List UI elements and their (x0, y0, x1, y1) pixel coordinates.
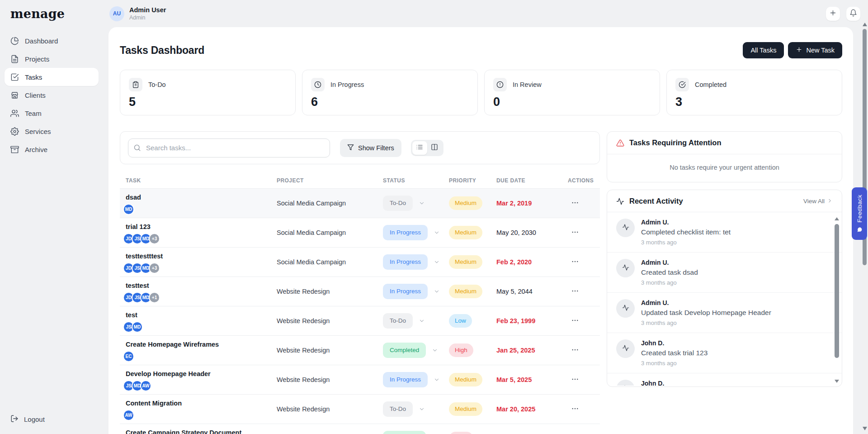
avatar: +1 (149, 292, 160, 303)
priority-badge: Medium (449, 402, 482, 416)
view-all-link[interactable]: View All (803, 198, 833, 205)
sidebar-item-label: Dashboard (25, 37, 58, 45)
row-actions-button[interactable] (568, 372, 582, 387)
logout-label: Logout (24, 415, 45, 423)
feedback-tab[interactable]: Feedback (852, 187, 867, 240)
table-row[interactable]: testtest JD JS MD (120, 277, 600, 306)
status-select[interactable]: To-Do (377, 401, 443, 417)
table-row[interactable]: testtestttest JD JS (120, 248, 600, 277)
side-widgets: Tasks Requiring Attention No tasks requi… (607, 131, 842, 434)
row-actions-button[interactable] (568, 314, 582, 329)
row-actions-button[interactable] (568, 284, 582, 299)
board-view-button[interactable] (427, 141, 442, 155)
list-view-button[interactable] (412, 141, 427, 155)
activity-title: Recent Activity (629, 197, 683, 205)
table-row[interactable]: trial 123 JD JS M (120, 218, 600, 248)
table-row[interactable]: Create Campaign Strategy Document Comple… (120, 424, 600, 434)
add-button[interactable] (826, 7, 840, 21)
table-row[interactable]: dsad MD Social Media Campaign (120, 189, 600, 218)
sidebar-item-label: Projects (25, 55, 49, 63)
sidebar-item[interactable]: Projects (5, 50, 99, 68)
status-select[interactable]: In Progress (377, 254, 443, 270)
activity-pulse-icon (622, 304, 629, 313)
scroll-up-arrow[interactable] (863, 23, 867, 26)
activity-header: Recent Activity View All (607, 190, 842, 212)
table-row[interactable]: Create Homepage Wireframes EC Website Re… (120, 336, 600, 365)
stat-label: In Progress (330, 81, 364, 88)
content-card: Tasks Dashboard All Tasks New Task To-Do (108, 27, 853, 434)
stat-value: 5 (129, 95, 287, 109)
row-actions-button[interactable] (568, 402, 582, 417)
sidebar-item-icon (10, 109, 19, 118)
user-name: Admin User (129, 6, 166, 14)
status-select[interactable]: To-Do (377, 313, 443, 329)
stat-card: In Review 0 (484, 70, 660, 115)
table-header: TASK PROJECT STATUS PRIORITY DUE DATE AC… (120, 177, 600, 189)
project-cell: Website Redesign (271, 405, 377, 413)
activity-scrollbar-thumb[interactable] (835, 224, 839, 358)
scroll-down-arrow[interactable] (863, 427, 867, 430)
sidebar-item[interactable]: Team (5, 104, 99, 122)
column-header-actions: ACTIONS (562, 177, 600, 188)
column-header-due-date: DUE DATE (491, 177, 562, 188)
notifications-button[interactable] (846, 7, 860, 21)
sidebar-item[interactable]: Tasks (5, 68, 99, 86)
column-header-status: STATUS (377, 177, 443, 188)
row-actions-button[interactable] (568, 343, 582, 358)
status-select[interactable]: In Progress (377, 372, 443, 387)
avatar: +3 (149, 233, 160, 244)
logout-button[interactable]: Logout (0, 415, 103, 424)
task-cell: testtest JD JS MD (120, 277, 271, 303)
row-actions-button[interactable] (568, 196, 582, 211)
sidebar-nav: Dashboard Projects Tasks Clients (0, 32, 103, 158)
new-task-button[interactable]: New Task (788, 42, 842, 58)
show-filters-label: Show Filters (358, 144, 394, 152)
activity-text: John D. (641, 380, 664, 386)
sidebar-item[interactable]: Clients (5, 86, 99, 104)
status-select[interactable]: Completed (377, 343, 443, 358)
task-cell: trial 123 JD JS M (120, 218, 271, 244)
avatar: MD (123, 204, 134, 215)
sidebar-item[interactable]: Dashboard (5, 32, 99, 50)
stats-row: To-Do 5 In Progress 6 (120, 70, 842, 115)
activity-scrollbar[interactable] (834, 216, 840, 384)
search-input[interactable] (128, 138, 330, 157)
all-tasks-button[interactable]: All Tasks (743, 42, 784, 58)
plus-icon (796, 46, 802, 54)
activity-text: Admin U. Created task dsad 3 months ago (641, 259, 698, 292)
sidebar-item[interactable]: Archive (5, 140, 99, 158)
actions-cell (562, 196, 600, 211)
scroll-down-arrow[interactable] (835, 380, 839, 383)
activity-list: Admin U. Completed checklist item: tet 3… (607, 212, 842, 386)
sidebar-item-icon (10, 73, 19, 81)
task-name: trial 123 (126, 223, 271, 230)
row-actions-button[interactable] (568, 255, 582, 270)
status-select[interactable]: In Progress (377, 284, 443, 299)
table-row[interactable]: Content Migration AW Website Redesign (120, 395, 600, 424)
status-select[interactable]: In Progress (377, 225, 443, 240)
priority-badge: Low (449, 314, 472, 328)
stat-icon (493, 78, 507, 91)
status-select[interactable]: To-Do (377, 196, 443, 211)
activity-card: Recent Activity View All (607, 190, 842, 387)
activity-item: Admin U. Completed checklist item: tet 3… (607, 212, 842, 253)
priority-badge: Medium (449, 226, 482, 239)
activity-time: 3 months ago (641, 320, 771, 326)
table-row[interactable]: test JS MD (120, 306, 600, 336)
task-cell: Create Campaign Strategy Document (120, 424, 271, 434)
table-row[interactable]: Develop Homepage Header JS MD (120, 365, 600, 395)
scroll-up-arrow[interactable] (835, 217, 839, 220)
priority-cell: Medium (443, 373, 491, 386)
sidebar-item[interactable]: Services (5, 122, 99, 140)
more-horizontal-icon (571, 199, 579, 208)
stat-top: In Progress (311, 78, 469, 91)
row-actions-button[interactable] (568, 225, 582, 240)
row-actions-button[interactable] (568, 431, 582, 434)
show-filters-button[interactable]: Show Filters (340, 139, 401, 157)
activity-user: Admin U. (641, 299, 771, 306)
attention-card: Tasks Requiring Attention No tasks requi… (607, 131, 842, 182)
columns-icon (431, 143, 438, 153)
assignee-avatars: JD JS MD +3 (126, 262, 271, 274)
status-select[interactable]: Completed (377, 431, 443, 434)
activity-action: Updated task Develop Homepage Header (641, 309, 771, 317)
